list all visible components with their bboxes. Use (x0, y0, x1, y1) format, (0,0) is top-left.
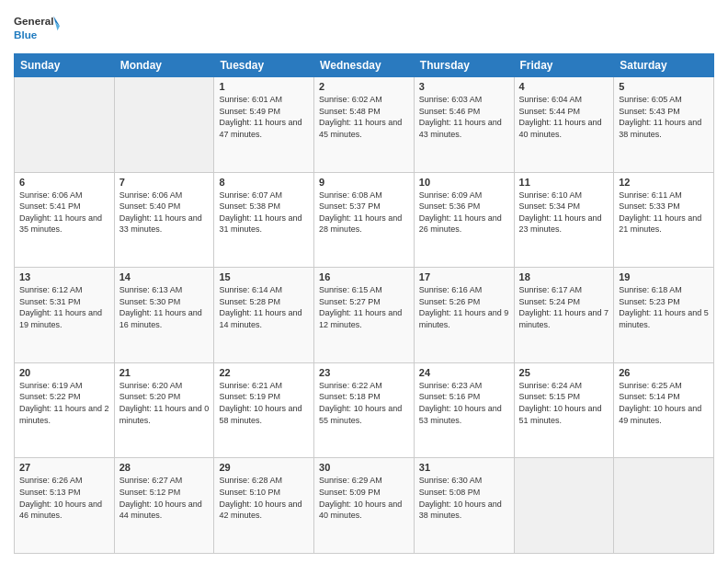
day-info: Sunrise: 6:19 AMSunset: 5:22 PMDaylight:… (19, 380, 109, 426)
day-number: 30 (319, 462, 409, 473)
day-info: Sunrise: 6:14 AMSunset: 5:28 PMDaylight:… (219, 284, 309, 330)
week-row-4: 20Sunrise: 6:19 AMSunset: 5:22 PMDayligh… (15, 362, 714, 458)
day-info: Sunrise: 6:12 AMSunset: 5:31 PMDaylight:… (19, 284, 109, 330)
calendar-cell: 28Sunrise: 6:27 AMSunset: 5:12 PMDayligh… (114, 458, 214, 554)
calendar-cell: 27Sunrise: 6:26 AMSunset: 5:13 PMDayligh… (15, 458, 115, 554)
day-info: Sunrise: 6:23 AMSunset: 5:16 PMDaylight:… (419, 380, 509, 426)
calendar-cell: 12Sunrise: 6:11 AMSunset: 5:33 PMDayligh… (614, 172, 714, 268)
weekday-thursday: Thursday (414, 54, 514, 77)
day-info: Sunrise: 6:30 AMSunset: 5:08 PMDaylight:… (419, 475, 509, 521)
calendar-cell: 6Sunrise: 6:06 AMSunset: 5:41 PMDaylight… (15, 172, 115, 268)
calendar-cell: 3Sunrise: 6:03 AMSunset: 5:46 PMDaylight… (414, 77, 514, 173)
day-number: 28 (119, 462, 210, 473)
weekday-wednesday: Wednesday (314, 54, 415, 77)
day-info: Sunrise: 6:24 AMSunset: 5:15 PMDaylight:… (519, 380, 609, 426)
calendar-cell: 30Sunrise: 6:29 AMSunset: 5:09 PMDayligh… (314, 458, 415, 554)
day-info: Sunrise: 6:20 AMSunset: 5:20 PMDaylight:… (119, 380, 210, 426)
calendar-cell: 7Sunrise: 6:06 AMSunset: 5:40 PMDaylight… (114, 172, 214, 268)
weekday-header-row: SundayMondayTuesdayWednesdayThursdayFrid… (15, 54, 714, 77)
calendar-cell: 22Sunrise: 6:21 AMSunset: 5:19 PMDayligh… (214, 362, 314, 458)
day-info: Sunrise: 6:07 AMSunset: 5:38 PMDaylight:… (219, 190, 309, 236)
day-number: 20 (19, 367, 109, 378)
day-number: 7 (119, 177, 210, 188)
calendar-cell: 19Sunrise: 6:18 AMSunset: 5:23 PMDayligh… (614, 268, 714, 363)
day-info: Sunrise: 6:29 AMSunset: 5:09 PMDaylight:… (319, 475, 409, 521)
day-info: Sunrise: 6:08 AMSunset: 5:37 PMDaylight:… (319, 190, 409, 236)
day-number: 12 (619, 177, 709, 188)
calendar-cell: 26Sunrise: 6:25 AMSunset: 5:14 PMDayligh… (614, 362, 714, 458)
calendar-cell: 23Sunrise: 6:22 AMSunset: 5:18 PMDayligh… (314, 362, 415, 458)
day-info: Sunrise: 6:16 AMSunset: 5:26 PMDaylight:… (419, 284, 509, 330)
day-number: 21 (119, 367, 210, 378)
calendar-cell: 17Sunrise: 6:16 AMSunset: 5:26 PMDayligh… (414, 268, 514, 363)
day-number: 24 (419, 367, 509, 378)
calendar-cell (15, 77, 115, 173)
weekday-sunday: Sunday (15, 54, 115, 77)
day-number: 4 (519, 81, 609, 92)
page: General Blue SundayMondayTuesdayWednesda… (0, 0, 728, 563)
day-number: 25 (519, 367, 609, 378)
calendar-cell: 21Sunrise: 6:20 AMSunset: 5:20 PMDayligh… (114, 362, 214, 458)
logo: General Blue (14, 9, 60, 46)
day-info: Sunrise: 6:26 AMSunset: 5:13 PMDaylight:… (19, 475, 109, 521)
weekday-friday: Friday (514, 54, 614, 77)
calendar-cell: 20Sunrise: 6:19 AMSunset: 5:22 PMDayligh… (15, 362, 115, 458)
day-info: Sunrise: 6:03 AMSunset: 5:46 PMDaylight:… (419, 94, 509, 140)
day-info: Sunrise: 6:09 AMSunset: 5:36 PMDaylight:… (419, 190, 509, 236)
day-info: Sunrise: 6:06 AMSunset: 5:40 PMDaylight:… (119, 190, 210, 236)
logo-svg: General Blue (14, 9, 60, 46)
calendar-cell: 8Sunrise: 6:07 AMSunset: 5:38 PMDaylight… (214, 172, 314, 268)
day-number: 16 (319, 271, 409, 282)
calendar-cell: 29Sunrise: 6:28 AMSunset: 5:10 PMDayligh… (214, 458, 314, 554)
day-number: 11 (519, 177, 609, 188)
day-info: Sunrise: 6:13 AMSunset: 5:30 PMDaylight:… (119, 284, 210, 330)
calendar-cell: 5Sunrise: 6:05 AMSunset: 5:43 PMDaylight… (614, 77, 714, 173)
day-number: 5 (619, 81, 709, 92)
day-number: 22 (219, 367, 309, 378)
day-number: 6 (19, 177, 109, 188)
day-number: 23 (319, 367, 409, 378)
day-number: 18 (519, 271, 609, 282)
week-row-5: 27Sunrise: 6:26 AMSunset: 5:13 PMDayligh… (15, 458, 714, 554)
calendar-cell: 10Sunrise: 6:09 AMSunset: 5:36 PMDayligh… (414, 172, 514, 268)
calendar-cell: 13Sunrise: 6:12 AMSunset: 5:31 PMDayligh… (15, 268, 115, 363)
calendar-cell: 2Sunrise: 6:02 AMSunset: 5:48 PMDaylight… (314, 77, 415, 173)
calendar-cell: 11Sunrise: 6:10 AMSunset: 5:34 PMDayligh… (514, 172, 614, 268)
calendar-cell: 1Sunrise: 6:01 AMSunset: 5:49 PMDaylight… (214, 77, 314, 173)
day-number: 2 (319, 81, 409, 92)
day-number: 31 (419, 462, 509, 473)
weekday-monday: Monday (114, 54, 214, 77)
calendar-table: SundayMondayTuesdayWednesdayThursdayFrid… (14, 53, 714, 554)
day-info: Sunrise: 6:25 AMSunset: 5:14 PMDaylight:… (619, 380, 709, 426)
calendar-cell: 31Sunrise: 6:30 AMSunset: 5:08 PMDayligh… (414, 458, 514, 554)
calendar-cell (614, 458, 714, 554)
calendar-cell: 24Sunrise: 6:23 AMSunset: 5:16 PMDayligh… (414, 362, 514, 458)
day-info: Sunrise: 6:04 AMSunset: 5:44 PMDaylight:… (519, 94, 609, 140)
week-row-3: 13Sunrise: 6:12 AMSunset: 5:31 PMDayligh… (15, 268, 714, 363)
day-info: Sunrise: 6:10 AMSunset: 5:34 PMDaylight:… (519, 190, 609, 236)
day-number: 9 (319, 177, 409, 188)
day-info: Sunrise: 6:27 AMSunset: 5:12 PMDaylight:… (119, 475, 210, 521)
day-info: Sunrise: 6:22 AMSunset: 5:18 PMDaylight:… (319, 380, 409, 426)
day-number: 15 (219, 271, 309, 282)
weekday-tuesday: Tuesday (214, 54, 314, 77)
day-number: 19 (619, 271, 709, 282)
header: General Blue (14, 9, 714, 46)
calendar-cell (514, 458, 614, 554)
day-number: 29 (219, 462, 309, 473)
calendar-cell: 18Sunrise: 6:17 AMSunset: 5:24 PMDayligh… (514, 268, 614, 363)
week-row-1: 1Sunrise: 6:01 AMSunset: 5:49 PMDaylight… (15, 77, 714, 173)
day-number: 26 (619, 367, 709, 378)
day-number: 27 (19, 462, 109, 473)
calendar-cell: 25Sunrise: 6:24 AMSunset: 5:15 PMDayligh… (514, 362, 614, 458)
day-number: 17 (419, 271, 509, 282)
day-info: Sunrise: 6:15 AMSunset: 5:27 PMDaylight:… (319, 284, 409, 330)
calendar-cell: 4Sunrise: 6:04 AMSunset: 5:44 PMDaylight… (514, 77, 614, 173)
day-info: Sunrise: 6:17 AMSunset: 5:24 PMDaylight:… (519, 284, 609, 330)
day-info: Sunrise: 6:28 AMSunset: 5:10 PMDaylight:… (219, 475, 309, 521)
day-number: 14 (119, 271, 210, 282)
day-info: Sunrise: 6:06 AMSunset: 5:41 PMDaylight:… (19, 190, 109, 236)
day-info: Sunrise: 6:02 AMSunset: 5:48 PMDaylight:… (319, 94, 409, 140)
svg-text:Blue: Blue (14, 29, 38, 40)
weekday-saturday: Saturday (614, 54, 714, 77)
